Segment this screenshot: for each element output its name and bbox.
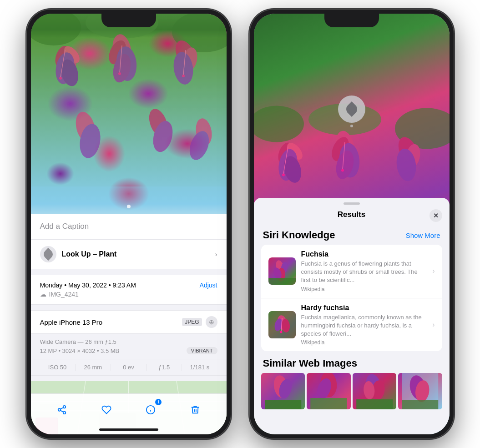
hardy-name: Hardy fuchsia	[301, 304, 427, 312]
exif-shutter: 1/181 s	[182, 364, 217, 371]
flower-photo	[31, 14, 227, 214]
lookup-chevron: ›	[215, 251, 217, 258]
exif-exposure: 0 ev	[111, 364, 147, 371]
camera-badges: JPEG ⊕	[182, 316, 217, 328]
exif-iso: ISO 50	[40, 364, 76, 371]
svg-rect-71	[268, 278, 296, 285]
lens-spec: Wide Camera — 26 mm ƒ1.5	[40, 338, 217, 345]
exif-focal: 26 mm	[76, 364, 111, 371]
results-title: Results	[338, 210, 365, 219]
delete-button[interactable]	[186, 401, 204, 419]
share-button[interactable]	[53, 401, 71, 419]
like-button[interactable]	[97, 401, 116, 419]
svg-point-42	[254, 106, 304, 142]
svg-point-66	[341, 169, 344, 172]
hardy-source: Wikipedia	[301, 339, 427, 346]
svg-rect-80	[265, 400, 301, 409]
svg-point-0	[31, 14, 81, 45]
info-button[interactable]: i	[141, 401, 160, 419]
svg-rect-87	[356, 399, 393, 409]
results-header: Results ✕	[254, 205, 450, 225]
format-badge: JPEG	[182, 318, 202, 326]
fuchsia-text: Fuchsia Fuchsia is a genus of flowering …	[301, 250, 427, 292]
svg-rect-83	[310, 398, 347, 409]
siri-knowledge-header: Siri Knowledge Show More	[254, 225, 450, 245]
info-section: Monday • May 30, 2022 • 9:23 AM Adjust ☁…	[31, 275, 227, 305]
hardy-text: Hardy fuchsia Fuchsia magellanica, commo…	[301, 304, 427, 346]
lookup-row[interactable]: Look Up – Plant ›	[31, 240, 227, 269]
camera-section: Apple iPhone 13 Pro JPEG ⊕ Wide Camera —…	[31, 310, 227, 376]
caption-area[interactable]: Add a Caption	[31, 214, 227, 240]
svg-point-77	[280, 331, 282, 333]
camera-details: Wide Camera — 26 mm ƒ1.5 12 MP • 3024 × …	[31, 334, 227, 359]
lookup-label: Look Up – Plant	[62, 250, 117, 258]
phone-2: Results ✕ Siri Knowledge Show More	[249, 9, 454, 439]
svg-rect-91	[402, 400, 438, 409]
camera-model: Apple iPhone 13 Pro	[40, 318, 103, 326]
knowledge-card: Fuchsia Fuchsia is a genus of flowering …	[261, 245, 442, 351]
home-indicator	[99, 428, 158, 431]
hardy-desc: Fuchsia magellanica, commonly known as t…	[301, 313, 427, 338]
siri-button[interactable]	[338, 96, 365, 123]
knowledge-item-fuchsia[interactable]: Fuchsia Fuchsia is a genus of flowering …	[261, 245, 442, 298]
svg-point-25	[118, 72, 121, 75]
results-panel: Results ✕ Siri Knowledge Show More	[254, 198, 450, 434]
similar-img-3[interactable]	[353, 373, 397, 409]
exif-aperture: ƒ1.5	[147, 364, 182, 371]
megapixels: 12 MP • 3024 × 4032 • 3.5 MB	[40, 347, 120, 354]
similar-title: Similar Web Images	[263, 357, 357, 369]
photo-date: Monday • May 30, 2022 • 9:23 AM	[40, 282, 136, 289]
fuchsia-desc: Fuchsia is a genus of flowering plants t…	[301, 260, 427, 285]
fuchsia-chevron: ›	[432, 267, 435, 275]
similar-images	[254, 373, 450, 409]
location-icon: ⊕	[206, 316, 217, 328]
svg-point-64	[282, 174, 285, 176]
adjust-button[interactable]: Adjust	[200, 282, 217, 289]
fuchsia-source: Wikipedia	[301, 286, 427, 292]
hardy-chevron: ›	[432, 321, 435, 329]
vibrant-badge: VIBRANT	[187, 347, 217, 354]
svg-point-27	[182, 75, 185, 77]
fuchsia-thumb	[268, 257, 296, 285]
similar-img-4[interactable]	[398, 373, 442, 409]
notch-2	[324, 14, 379, 27]
leaf-icon	[41, 248, 54, 261]
phone-1: Add a Caption Look Up – Plant › Monday •…	[26, 9, 231, 439]
siri-section-title: Siri Knowledge	[263, 229, 335, 241]
svg-rect-3	[31, 186, 227, 214]
fuchsia-name: Fuchsia	[301, 250, 427, 258]
filename: IMG_4241	[49, 291, 79, 298]
knowledge-item-hardy[interactable]: Hardy fuchsia Fuchsia magellanica, commo…	[261, 298, 442, 352]
show-more-button[interactable]: Show More	[406, 232, 440, 239]
caption-placeholder: Add a Caption	[40, 222, 89, 231]
exif-row: ISO 50 26 mm 0 ev ƒ1.5 1/181 s	[31, 359, 227, 375]
similar-img-1[interactable]	[261, 373, 305, 409]
similar-img-2[interactable]	[307, 373, 351, 409]
photo-indicator	[127, 205, 131, 208]
hardy-thumb	[268, 311, 296, 338]
notch	[101, 14, 156, 27]
lookup-icon	[40, 246, 56, 262]
similar-header: Similar Web Images	[254, 351, 450, 373]
close-button[interactable]: ✕	[429, 209, 442, 222]
cloud-icon: ☁	[40, 291, 46, 298]
svg-point-23	[59, 77, 62, 80]
